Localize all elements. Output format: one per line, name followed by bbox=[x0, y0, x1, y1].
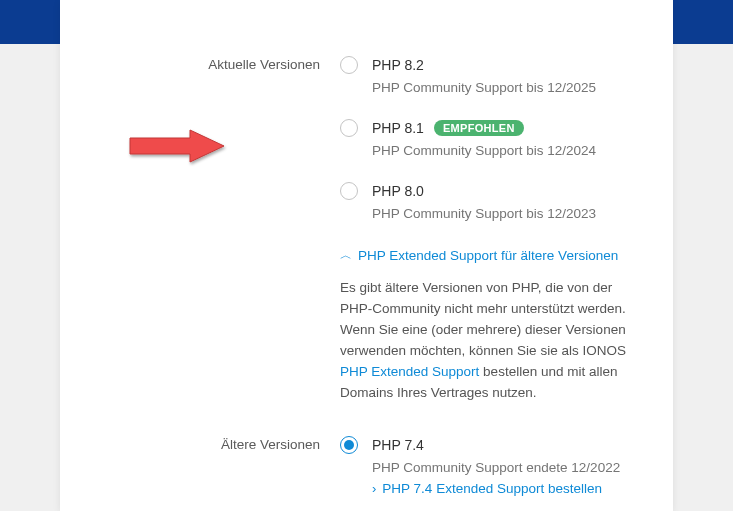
radio-icon[interactable] bbox=[340, 182, 358, 200]
current-versions-content: PHP 8.2 PHP Community Support bis 12/202… bbox=[340, 56, 673, 436]
option-sub: PHP Community Support bis 12/2025 bbox=[372, 80, 633, 95]
expander-label: PHP Extended Support für ältere Versione… bbox=[358, 248, 618, 263]
older-versions-label: Ältere Versionen bbox=[60, 436, 340, 452]
radio-icon[interactable] bbox=[340, 119, 358, 137]
chevron-up-icon: ︿ bbox=[340, 247, 352, 264]
older-versions-content: PHP 7.4 PHP Community Support endete 12/… bbox=[340, 436, 673, 497]
option-sub: PHP Community Support endete 12/2022 bbox=[372, 460, 633, 475]
option-php81[interactable]: PHP 8.1 EMPFOHLEN bbox=[340, 119, 633, 137]
order-extended-support-link[interactable]: › PHP 7.4 Extended Support bestellen bbox=[372, 481, 602, 496]
option-label: PHP 8.2 bbox=[372, 57, 424, 73]
extended-support-toggle[interactable]: ︿ PHP Extended Support für ältere Versio… bbox=[340, 247, 618, 264]
settings-card: Aktuelle Versionen PHP 8.2 PHP Community… bbox=[60, 0, 673, 511]
option-label: PHP 8.1 bbox=[372, 120, 424, 136]
option-php80[interactable]: PHP 8.0 bbox=[340, 182, 633, 200]
option-label: PHP 8.0 bbox=[372, 183, 424, 199]
extended-support-info: Es gibt ältere Versionen von PHP, die vo… bbox=[340, 278, 633, 404]
option-sub: PHP Community Support bis 12/2024 bbox=[372, 143, 633, 158]
older-versions-row: Ältere Versionen PHP 7.4 PHP Community S… bbox=[60, 436, 673, 497]
current-versions-row: Aktuelle Versionen PHP 8.2 PHP Community… bbox=[60, 56, 673, 436]
current-versions-label: Aktuelle Versionen bbox=[60, 56, 340, 72]
option-label: PHP 7.4 bbox=[372, 437, 424, 453]
option-sub: PHP Community Support bis 12/2023 bbox=[372, 206, 633, 221]
info-text-1: Es gibt ältere Versionen von PHP, die vo… bbox=[340, 280, 626, 358]
radio-icon[interactable] bbox=[340, 436, 358, 454]
option-php74[interactable]: PHP 7.4 bbox=[340, 436, 633, 454]
chevron-right-icon: › bbox=[372, 481, 376, 496]
order-link-label: PHP 7.4 Extended Support bestellen bbox=[382, 481, 602, 496]
extended-support-link[interactable]: PHP Extended Support bbox=[340, 364, 479, 379]
option-php82[interactable]: PHP 8.2 bbox=[340, 56, 633, 74]
radio-icon[interactable] bbox=[340, 56, 358, 74]
recommended-badge: EMPFOHLEN bbox=[434, 120, 524, 136]
